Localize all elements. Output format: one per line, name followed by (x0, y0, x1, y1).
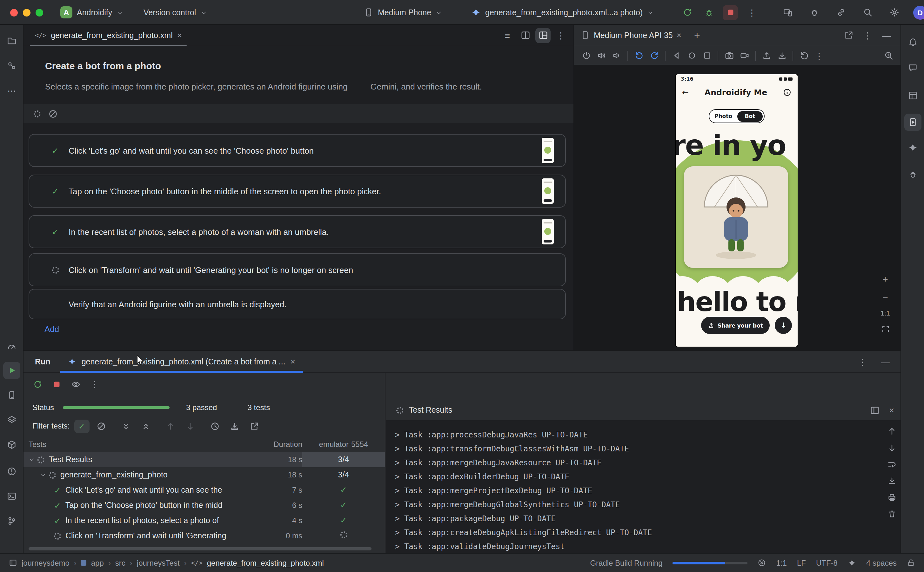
info-icon[interactable] (783, 88, 791, 96)
editor-tab[interactable]: </> generate_from_existing_photo.xml × (29, 25, 188, 46)
scroll-to-end-icon[interactable] (887, 476, 897, 486)
assistant-icon[interactable] (904, 59, 921, 76)
terminal-tool-icon[interactable] (3, 488, 20, 505)
rerun-tests-icon[interactable] (30, 376, 45, 392)
horizontal-scrollbar[interactable] (29, 547, 372, 550)
show-passed-toggle[interactable]: ✓ (74, 419, 89, 433)
app-insights-icon[interactable] (904, 166, 921, 183)
close-console-icon[interactable]: × (889, 406, 894, 415)
overview-icon[interactable] (700, 48, 714, 63)
step-thumbnail[interactable] (542, 219, 554, 244)
hide-run-panel-icon[interactable]: — (877, 354, 893, 369)
step-thumbnail[interactable] (542, 138, 554, 163)
journey-step[interactable]: Click on 'Transform' and wait until 'Gen… (29, 253, 566, 286)
print-icon[interactable] (887, 493, 897, 502)
run-toolbar-more-icon[interactable]: ⋮ (87, 376, 102, 392)
gear-icon[interactable] (887, 5, 902, 20)
running-devices-icon[interactable] (904, 113, 921, 131)
vcs-widget[interactable]: Version control (143, 0, 207, 25)
gemini-status-icon[interactable] (848, 559, 856, 567)
file-encoding[interactable]: UTF-8 (816, 558, 838, 567)
profiler-icon[interactable] (807, 5, 822, 20)
table-row[interactable]: Click on 'Transform' and wait until 'Gen… (23, 528, 385, 543)
layout-inspector-icon[interactable] (904, 87, 921, 104)
notifications-icon[interactable] (904, 34, 921, 51)
stop-button[interactable] (723, 5, 738, 20)
chevron-down-icon[interactable] (40, 472, 47, 478)
stop-journey-icon[interactable] (48, 109, 58, 118)
previous-failed-icon[interactable] (163, 418, 178, 434)
tool-window-widget-icon[interactable] (9, 559, 17, 567)
bot-result-card[interactable] (684, 166, 788, 268)
run-configuration-selector[interactable]: generate_from_existing_photo.xml...a pho… (471, 0, 653, 25)
fit-to-window-icon[interactable] (879, 322, 891, 335)
close-tab-icon[interactable]: × (177, 31, 182, 39)
photo-bot-toggle[interactable]: Photo Bot (709, 109, 765, 123)
more-actions-button[interactable]: ⋮ (744, 5, 759, 20)
home-icon[interactable] (684, 48, 698, 63)
breadcrumb[interactable]: journeysdemo › app › src › journeysTest … (9, 558, 324, 567)
journey-step[interactable]: ✓ Click 'Let's go' and wait until you ca… (29, 134, 566, 167)
zoom-in-icon[interactable]: + (879, 272, 891, 285)
add-device-tab-icon[interactable]: + (694, 30, 700, 40)
import-results-icon[interactable] (227, 418, 242, 434)
debug-button[interactable] (701, 5, 716, 20)
device-selector[interactable]: Medium Phone (364, 0, 442, 25)
caret-position[interactable]: 1:1 (776, 558, 787, 567)
rotate-right-icon[interactable] (647, 48, 661, 63)
journey-step[interactable]: ✓ Tap on the 'Choose photo' button in th… (29, 174, 566, 208)
close-device-tab-icon[interactable]: × (677, 31, 681, 39)
zoom-out-icon[interactable]: − (879, 291, 891, 303)
scroll-down-icon[interactable] (887, 443, 897, 453)
build-tool-icon[interactable] (3, 436, 20, 453)
device-manager-tool-icon[interactable] (3, 387, 20, 404)
zoom-window-button[interactable] (36, 9, 43, 16)
console-output[interactable]: > Task :app:processDebugJavaRes UP-TO-DA… (386, 420, 901, 553)
commit-tool-icon[interactable] (3, 57, 20, 74)
export-results-icon[interactable] (247, 418, 262, 434)
scroll-up-icon[interactable] (887, 427, 897, 436)
next-failed-icon[interactable] (183, 418, 198, 434)
zoom-mode-icon[interactable] (882, 48, 895, 63)
more-tool-windows-icon[interactable]: ⋯ (3, 82, 20, 99)
snapshot-restore-icon[interactable] (797, 48, 811, 63)
design-view-icon[interactable] (535, 28, 551, 43)
test-history-icon[interactable] (207, 418, 222, 434)
device-toolbar-more-icon[interactable]: ⋮ (812, 48, 826, 63)
add-step-button[interactable]: Add (44, 325, 59, 334)
editor-more-icon[interactable]: ⋮ (553, 28, 568, 43)
expand-all-icon[interactable] (118, 418, 134, 434)
watch-icon[interactable] (68, 376, 83, 392)
chevron-down-icon[interactable] (29, 457, 35, 463)
show-ignored-toggle[interactable] (94, 418, 109, 434)
rotate-left-icon[interactable] (632, 48, 646, 63)
cancel-build-icon[interactable] (758, 559, 766, 567)
project-widget[interactable]: A Androidify (60, 0, 123, 25)
run-tool-icon[interactable] (3, 362, 20, 379)
push-file-icon[interactable] (759, 48, 773, 63)
search-icon[interactable] (860, 5, 875, 20)
journey-step[interactable]: Verify that an Android figurine with an … (29, 289, 566, 319)
emulator-screen[interactable]: 3:16 ← Androidify Me Photo Bot re in yo (676, 74, 798, 347)
line-ending[interactable]: LF (797, 558, 806, 567)
back-arrow-icon[interactable]: ← (682, 87, 689, 97)
device-mirroring-icon[interactable] (780, 5, 795, 20)
indent-setting[interactable]: 4 spaces (866, 558, 897, 567)
download-bot-button[interactable]: ↓ (775, 317, 792, 334)
open-in-window-icon[interactable] (841, 28, 856, 43)
git-tool-icon[interactable] (3, 512, 20, 530)
run-more-icon[interactable]: ⋮ (855, 354, 870, 369)
table-row[interactable]: ✓ In the recent list of photos, select a… (23, 513, 385, 528)
close-window-button[interactable] (10, 9, 18, 16)
gemini-tool-icon[interactable] (904, 139, 921, 156)
hide-device-panel-icon[interactable]: — (879, 28, 894, 43)
project-tool-icon[interactable] (3, 33, 20, 50)
volume-up-icon[interactable] (594, 48, 608, 63)
stop-tests-icon[interactable] (49, 376, 64, 392)
soft-wrap-icon[interactable] (887, 460, 897, 469)
pair-devices-icon[interactable] (833, 5, 848, 20)
problems-tool-icon[interactable] (3, 463, 20, 480)
zoom-level[interactable]: 1:1 (880, 309, 890, 317)
table-row[interactable]: ✓ Tap on the 'Choose photo' button in th… (23, 498, 385, 513)
clear-console-icon[interactable] (887, 509, 897, 519)
